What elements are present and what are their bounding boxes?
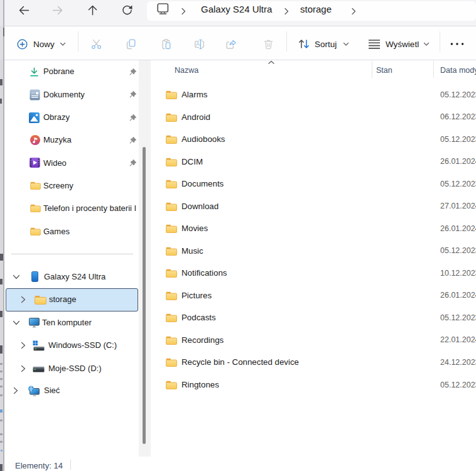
svg-text:A: A [196, 41, 200, 47]
